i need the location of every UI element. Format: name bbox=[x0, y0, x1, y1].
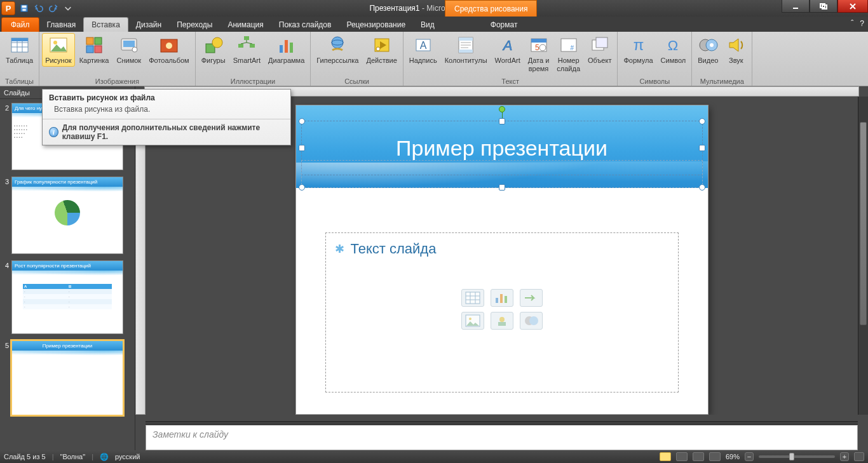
title-bar: P Презентация1 - Microsoft PowerPoint Ср… bbox=[0, 0, 868, 17]
insert-symbol-button[interactable]: Ω Символ bbox=[658, 33, 689, 67]
tab-format[interactable]: Формат bbox=[483, 18, 526, 32]
insert-smartart-placeholder[interactable] bbox=[520, 289, 543, 307]
button-label: Колонтитулы bbox=[445, 57, 487, 65]
quick-access-toolbar: P bbox=[1, 1, 75, 15]
insert-clipart-placeholder[interactable] bbox=[491, 312, 513, 330]
zoom-percent[interactable]: 69% bbox=[726, 453, 740, 460]
status-language[interactable]: русский bbox=[115, 453, 140, 460]
tab-animation[interactable]: Анимация bbox=[220, 18, 271, 32]
group-label: Изображения bbox=[42, 77, 193, 86]
info-icon: i bbox=[49, 127, 58, 137]
content-placeholder[interactable]: ✱ Текст слайда bbox=[325, 232, 679, 393]
svg-text:A: A bbox=[501, 37, 512, 53]
slidenumber-icon: # bbox=[559, 35, 579, 55]
help-button[interactable]: ? bbox=[860, 19, 864, 28]
placeholder-text[interactable]: Текст слайда bbox=[351, 241, 437, 257]
thumbnail-item[interactable]: 3 График популярности презентаций bbox=[3, 177, 131, 254]
thumbnail-item[interactable]: 5 Пример презентации bbox=[3, 340, 131, 415]
slide-title-text[interactable]: Пример презентации bbox=[305, 123, 699, 173]
app-icon[interactable]: P bbox=[1, 1, 15, 15]
insert-chart-placeholder[interactable] bbox=[491, 289, 513, 307]
thumbnail-item[interactable]: 4 Рост популярности презентаций AB······… bbox=[3, 260, 131, 334]
fit-to-window-button[interactable] bbox=[854, 452, 864, 461]
maximize-button[interactable] bbox=[810, 0, 837, 13]
group-label: Мультимедиа bbox=[695, 77, 749, 86]
group-label: Таблицы bbox=[3, 77, 36, 86]
resize-handle[interactable] bbox=[699, 145, 705, 151]
insert-textbox-button[interactable]: A Надпись bbox=[406, 33, 440, 67]
resize-handle[interactable] bbox=[699, 118, 705, 124]
svg-rect-2 bbox=[22, 9, 25, 11]
pie-chart-icon bbox=[51, 196, 83, 229]
tab-design[interactable]: Дизайн bbox=[128, 18, 169, 32]
insert-smartart-button[interactable]: SmartArt bbox=[230, 33, 264, 67]
insert-picture-placeholder[interactable] bbox=[461, 312, 484, 330]
button-label: Действие bbox=[366, 57, 397, 65]
tab-file[interactable]: Файл bbox=[1, 17, 39, 32]
group-label: Ссылки bbox=[313, 77, 400, 86]
insert-chart-button[interactable]: Диаграмма bbox=[265, 33, 308, 67]
notes-pane[interactable]: Заметки к слайду bbox=[146, 425, 858, 450]
resize-handle[interactable] bbox=[299, 118, 305, 124]
svg-text:#: # bbox=[570, 44, 574, 51]
vertical-scrollbar[interactable] bbox=[858, 97, 868, 415]
insert-equation-button[interactable]: π Формула bbox=[620, 33, 656, 67]
insert-video-button[interactable]: Видео bbox=[695, 33, 721, 67]
insert-datetime-button[interactable]: 5 Дата и время bbox=[525, 33, 553, 74]
insert-picture-button[interactable]: Рисунок bbox=[42, 33, 75, 67]
insert-clipart-button[interactable]: Картинка bbox=[76, 33, 112, 67]
title-placeholder[interactable]: Пример презентации bbox=[305, 123, 699, 173]
button-label: WordArt bbox=[495, 57, 520, 65]
qat-redo-button[interactable] bbox=[46, 1, 60, 15]
resize-handle[interactable] bbox=[699, 184, 705, 191]
ribbon-minimize-button[interactable]: ˆ bbox=[851, 19, 853, 28]
view-slideshow-button[interactable] bbox=[709, 452, 721, 461]
resize-handle[interactable] bbox=[299, 145, 305, 151]
resize-handle[interactable] bbox=[299, 184, 305, 191]
svg-rect-28 bbox=[238, 44, 243, 48]
tab-slideshow[interactable]: Показ слайдов bbox=[271, 18, 339, 32]
tab-transitions[interactable]: Переходы bbox=[169, 18, 220, 32]
insert-table-placeholder[interactable] bbox=[461, 289, 484, 307]
scrollbar-thumb[interactable] bbox=[860, 122, 867, 325]
insert-object-button[interactable]: Объект bbox=[585, 33, 614, 67]
insert-wordart-button[interactable]: A WordArt bbox=[492, 33, 524, 67]
picture-icon bbox=[48, 35, 69, 55]
view-reading-button[interactable] bbox=[693, 452, 704, 461]
insert-photoalbum-button[interactable]: Фотоальбом bbox=[146, 33, 193, 67]
zoom-out-button[interactable]: − bbox=[745, 452, 754, 461]
resize-handle[interactable] bbox=[499, 184, 505, 191]
tab-insert[interactable]: Вставка bbox=[83, 17, 128, 32]
view-sorter-button[interactable] bbox=[676, 452, 688, 461]
insert-hyperlink-button[interactable]: Гиперссылка bbox=[313, 33, 362, 67]
thumbnails-list[interactable]: 2 Для чего нужны презентации • • • • • •… bbox=[0, 99, 135, 450]
insert-action-button[interactable]: Действие bbox=[363, 33, 400, 67]
qat-customize-button[interactable] bbox=[61, 1, 75, 15]
group-label: Иллюстрации bbox=[198, 77, 308, 86]
insert-screenshot-button[interactable]: Снимок bbox=[113, 33, 144, 67]
minimize-button[interactable] bbox=[782, 0, 810, 13]
insert-table-button[interactable]: Таблица bbox=[3, 33, 36, 67]
insert-headerfooter-button[interactable]: Колонтитулы bbox=[442, 33, 491, 67]
insert-media-placeholder[interactable] bbox=[520, 312, 543, 330]
svg-point-61 bbox=[710, 43, 714, 47]
contextual-tab-drawing-tools[interactable]: Средства рисования bbox=[445, 0, 537, 17]
zoom-in-button[interactable]: + bbox=[840, 452, 849, 461]
slide[interactable]: Пример презентации ✱ Текст слайда bbox=[296, 105, 708, 414]
tab-view[interactable]: Вид bbox=[413, 18, 442, 32]
rotation-handle[interactable] bbox=[499, 106, 505, 112]
qat-save-button[interactable] bbox=[17, 1, 31, 15]
qat-undo-button[interactable] bbox=[32, 1, 46, 15]
wordart-icon: A bbox=[498, 35, 518, 55]
insert-slidenumber-button[interactable]: # Номер слайда bbox=[553, 33, 583, 74]
close-button[interactable] bbox=[837, 0, 868, 13]
view-normal-button[interactable] bbox=[660, 452, 671, 461]
tab-review[interactable]: Рецензирование bbox=[339, 18, 413, 32]
status-bar: Слайд 5 из 5 | "Волна" | 🌐 русский 69% −… bbox=[0, 450, 868, 463]
zoom-slider[interactable] bbox=[759, 455, 835, 458]
tab-home[interactable]: Главная bbox=[39, 18, 84, 32]
insert-shapes-button[interactable]: Фигуры bbox=[198, 33, 229, 67]
zoom-slider-knob[interactable] bbox=[789, 453, 794, 460]
insert-audio-button[interactable]: Звук bbox=[722, 33, 749, 67]
svg-rect-27 bbox=[244, 36, 249, 40]
